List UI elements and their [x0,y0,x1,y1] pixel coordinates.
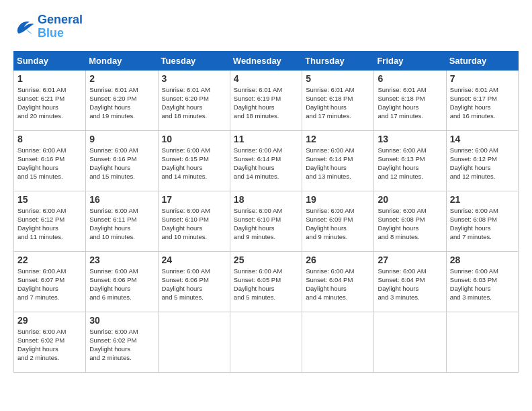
day-cell-17: 17 Sunrise: 6:00 AM Sunset: 6:10 PM Dayl… [158,191,230,251]
day-number: 24 [162,255,226,265]
day-cell-4: 4 Sunrise: 6:01 AM Sunset: 6:19 PM Dayli… [230,70,302,130]
week-row-2: 8 Sunrise: 6:00 AM Sunset: 6:16 PM Dayli… [14,130,519,191]
day-info: Sunrise: 6:00 AM Sunset: 6:05 PM Dayligh… [234,267,298,302]
day-number: 3 [162,73,226,84]
day-cell-15: 15 Sunrise: 6:00 AM Sunset: 6:12 PM Dayl… [14,191,86,251]
week-row-4: 22 Sunrise: 6:00 AM Sunset: 6:07 PM Dayl… [14,251,519,312]
day-number: 1 [17,73,82,84]
day-cell-18: 18 Sunrise: 6:00 AM Sunset: 6:10 PM Dayl… [230,191,302,251]
day-number: 25 [234,255,298,265]
col-thursday: Thursday [302,51,374,70]
day-info: Sunrise: 6:00 AM Sunset: 6:11 PM Dayligh… [89,206,154,242]
day-number: 21 [450,194,515,205]
day-cell-28: 28 Sunrise: 6:00 AM Sunset: 6:03 PM Dayl… [446,251,518,312]
logo: General Blue [13,13,83,40]
logo-icon [13,17,35,36]
empty-cell [158,312,230,372]
day-info: Sunrise: 6:00 AM Sunset: 6:14 PM Dayligh… [306,146,370,181]
day-number: 27 [378,255,442,265]
day-info: Sunrise: 6:00 AM Sunset: 6:16 PM Dayligh… [89,146,154,181]
day-info: Sunrise: 6:00 AM Sunset: 6:04 PM Dayligh… [306,267,370,302]
day-cell-2: 2 Sunrise: 6:01 AM Sunset: 6:20 PM Dayli… [86,70,158,130]
day-info: Sunrise: 6:00 AM Sunset: 6:08 PM Dayligh… [378,206,442,242]
day-cell-29: 29 Sunrise: 6:00 AM Sunset: 6:02 PM Dayl… [14,312,86,372]
day-number: 14 [450,134,515,144]
day-cell-25: 25 Sunrise: 6:00 AM Sunset: 6:05 PM Dayl… [230,251,302,312]
day-number: 6 [378,73,442,84]
col-friday: Friday [374,51,446,70]
day-info: Sunrise: 6:00 AM Sunset: 6:10 PM Dayligh… [162,206,226,242]
day-cell-26: 26 Sunrise: 6:00 AM Sunset: 6:04 PM Dayl… [302,251,374,312]
day-cell-10: 10 Sunrise: 6:00 AM Sunset: 6:15 PM Dayl… [158,130,230,191]
empty-cell [302,312,374,372]
day-number: 7 [450,73,515,84]
day-cell-9: 9 Sunrise: 6:00 AM Sunset: 6:16 PM Dayli… [86,130,158,191]
day-cell-7: 7 Sunrise: 6:01 AM Sunset: 6:17 PM Dayli… [446,70,518,130]
day-info: Sunrise: 6:00 AM Sunset: 6:15 PM Dayligh… [162,146,226,181]
day-number: 2 [89,73,154,84]
logo-text: General Blue [38,13,83,40]
week-row-5: 29 Sunrise: 6:00 AM Sunset: 6:02 PM Dayl… [14,312,519,372]
day-info: Sunrise: 6:00 AM Sunset: 6:07 PM Dayligh… [17,267,82,302]
day-info: Sunrise: 6:00 AM Sunset: 6:06 PM Dayligh… [162,267,226,302]
day-cell-3: 3 Sunrise: 6:01 AM Sunset: 6:20 PM Dayli… [158,70,230,130]
day-info: Sunrise: 6:00 AM Sunset: 6:02 PM Dayligh… [17,327,82,363]
day-number: 19 [306,194,370,205]
day-info: Sunrise: 6:00 AM Sunset: 6:09 PM Dayligh… [306,206,370,242]
day-info: Sunrise: 6:01 AM Sunset: 6:20 PM Dayligh… [89,85,154,121]
day-number: 29 [17,315,82,326]
day-cell-11: 11 Sunrise: 6:00 AM Sunset: 6:14 PM Dayl… [230,130,302,191]
day-number: 11 [234,134,298,144]
day-number: 30 [89,315,154,326]
day-info: Sunrise: 6:01 AM Sunset: 6:18 PM Dayligh… [306,85,370,121]
empty-cell [446,312,518,372]
day-info: Sunrise: 6:00 AM Sunset: 6:08 PM Dayligh… [450,206,515,242]
day-cell-19: 19 Sunrise: 6:00 AM Sunset: 6:09 PM Dayl… [302,191,374,251]
day-cell-5: 5 Sunrise: 6:01 AM Sunset: 6:18 PM Dayli… [302,70,374,130]
day-info: Sunrise: 6:00 AM Sunset: 6:02 PM Dayligh… [89,327,154,363]
col-saturday: Saturday [446,51,518,70]
day-info: Sunrise: 6:00 AM Sunset: 6:12 PM Dayligh… [17,206,82,242]
calendar-table: Sunday Monday Tuesday Wednesday Thursday… [13,51,519,373]
empty-cell [230,312,302,372]
col-tuesday: Tuesday [158,51,230,70]
day-cell-22: 22 Sunrise: 6:00 AM Sunset: 6:07 PM Dayl… [14,251,86,312]
day-number: 17 [162,194,226,205]
day-number: 26 [306,255,370,265]
day-number: 20 [378,194,442,205]
day-number: 18 [234,194,298,205]
col-monday: Monday [86,51,158,70]
day-info: Sunrise: 6:01 AM Sunset: 6:20 PM Dayligh… [162,85,226,121]
day-cell-20: 20 Sunrise: 6:00 AM Sunset: 6:08 PM Dayl… [374,191,446,251]
week-row-3: 15 Sunrise: 6:00 AM Sunset: 6:12 PM Dayl… [14,191,519,251]
day-info: Sunrise: 6:00 AM Sunset: 6:04 PM Dayligh… [378,267,442,302]
day-info: Sunrise: 6:00 AM Sunset: 6:16 PM Dayligh… [17,146,82,181]
day-number: 13 [378,134,442,144]
day-cell-27: 27 Sunrise: 6:00 AM Sunset: 6:04 PM Dayl… [374,251,446,312]
day-cell-8: 8 Sunrise: 6:00 AM Sunset: 6:16 PM Dayli… [14,130,86,191]
day-number: 23 [89,255,154,265]
day-info: Sunrise: 6:00 AM Sunset: 6:06 PM Dayligh… [89,267,154,302]
day-number: 9 [89,134,154,144]
col-sunday: Sunday [14,51,86,70]
day-info: Sunrise: 6:00 AM Sunset: 6:13 PM Dayligh… [378,146,442,181]
week-row-1: 1 Sunrise: 6:01 AM Sunset: 6:21 PM Dayli… [14,70,519,130]
page-header: General Blue [13,13,519,40]
day-cell-30: 30 Sunrise: 6:00 AM Sunset: 6:02 PM Dayl… [86,312,158,372]
day-cell-13: 13 Sunrise: 6:00 AM Sunset: 6:13 PM Dayl… [374,130,446,191]
day-info: Sunrise: 6:01 AM Sunset: 6:18 PM Dayligh… [378,85,442,121]
empty-cell [374,312,446,372]
day-number: 28 [450,255,515,265]
day-number: 5 [306,73,370,84]
day-info: Sunrise: 6:00 AM Sunset: 6:03 PM Dayligh… [450,267,515,302]
day-info: Sunrise: 6:01 AM Sunset: 6:21 PM Dayligh… [17,85,82,121]
day-cell-1: 1 Sunrise: 6:01 AM Sunset: 6:21 PM Dayli… [14,70,86,130]
day-number: 8 [17,134,82,144]
day-number: 4 [234,73,298,84]
day-number: 16 [89,194,154,205]
day-info: Sunrise: 6:00 AM Sunset: 6:10 PM Dayligh… [234,206,298,242]
day-number: 12 [306,134,370,144]
day-cell-24: 24 Sunrise: 6:00 AM Sunset: 6:06 PM Dayl… [158,251,230,312]
day-cell-6: 6 Sunrise: 6:01 AM Sunset: 6:18 PM Dayli… [374,70,446,130]
col-wednesday: Wednesday [230,51,302,70]
